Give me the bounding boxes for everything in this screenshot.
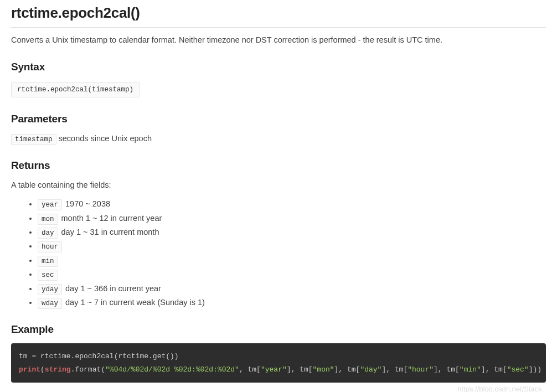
code-line-1: tm = rtctime.epoch2cal(rtctime.get())	[19, 352, 179, 360]
list-item: min	[38, 254, 546, 267]
list-item: monmonth 1 ~ 12 in current year	[38, 212, 546, 225]
parameters-heading: Parameters	[11, 113, 546, 125]
param-name: timestamp	[11, 134, 56, 145]
example-code-block: tm = rtctime.epoch2cal(rtctime.get()) pr…	[11, 343, 546, 383]
field-desc: month 1 ~ 12 in current year	[61, 214, 162, 223]
page-title: rtctime.epoch2cal()	[11, 4, 546, 28]
syntax-code: rtctime.epoch2cal(timestamp)	[11, 82, 140, 97]
field-name: day	[38, 228, 58, 239]
returns-heading: Returns	[11, 159, 546, 172]
tok-fmtstring: "%04d/%02d/%02d %02d:%02d:%02d"	[105, 365, 239, 374]
syntax-heading: Syntax	[11, 61, 546, 73]
list-item: year1970 ~ 2038	[38, 198, 546, 210]
intro-text: Converts a Unix timestamp to calendar fo…	[11, 34, 546, 47]
tok-print: print	[19, 365, 40, 374]
list-item: ydayday 1 ~ 366 in current year	[38, 282, 546, 295]
list-item: hour	[38, 240, 546, 252]
param-desc: seconds since Unix epoch	[59, 134, 152, 143]
field-desc: day 1 ~ 366 in current year	[65, 284, 161, 293]
returns-intro: A table containing the fields:	[11, 179, 546, 192]
watermark-text: https://blog.csdn.net/Stack_	[11, 385, 546, 392]
list-item: wdayday 1 ~ 7 in current weak (Sunday is…	[38, 296, 546, 309]
tok-string: string	[45, 365, 71, 374]
example-heading: Example	[11, 323, 546, 336]
field-name: mon	[38, 214, 58, 225]
field-desc: 1970 ~ 2038	[65, 199, 110, 208]
list-item: dayday 1 ~ 31 in current month	[38, 226, 546, 239]
field-name: wday	[38, 298, 62, 309]
returns-field-list: year1970 ~ 2038 monmonth 1 ~ 12 in curre…	[11, 198, 546, 309]
field-desc: day 1 ~ 7 in current weak (Sunday is 1)	[65, 298, 205, 307]
field-desc: day 1 ~ 31 in current month	[61, 228, 159, 236]
field-name: yday	[38, 284, 62, 295]
field-name: min	[38, 256, 58, 267]
list-item: sec	[38, 268, 546, 281]
field-name: hour	[38, 241, 62, 252]
field-name: sec	[38, 270, 58, 281]
parameter-line: timestamp seconds since Unix epoch	[11, 133, 546, 145]
field-name: year	[38, 199, 62, 210]
